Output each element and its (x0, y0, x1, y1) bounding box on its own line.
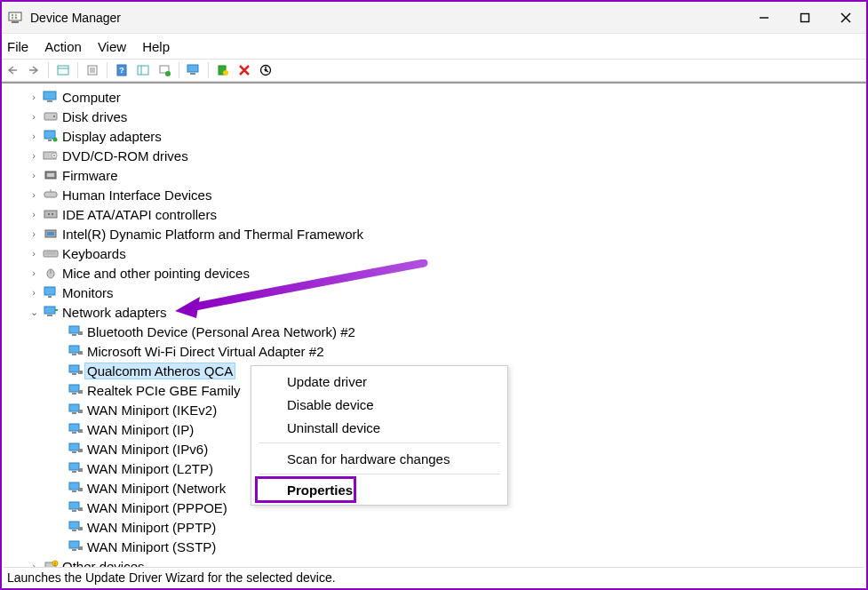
app-icon (7, 10, 23, 26)
toolbar-help-icon[interactable]: ? (113, 61, 131, 79)
svg-rect-33 (48, 140, 52, 141)
svg-rect-86 (78, 507, 83, 511)
tree-category-display[interactable]: ›Display adapters (2, 126, 866, 146)
svg-rect-78 (69, 463, 79, 470)
expander-icon[interactable]: › (27, 287, 41, 298)
toolbar-uninstall-icon[interactable] (235, 61, 253, 79)
toolbar-update-icon[interactable] (155, 61, 173, 79)
svg-rect-29 (47, 100, 52, 102)
toolbar-scan-icon[interactable] (134, 61, 152, 79)
svg-rect-90 (69, 541, 79, 548)
svg-rect-39 (47, 173, 54, 177)
netadapter-icon (68, 383, 84, 397)
context-menu: Update driverDisable deviceUninstall dev… (251, 365, 508, 506)
svg-rect-55 (47, 315, 52, 316)
svg-point-43 (48, 213, 50, 215)
menu-help[interactable]: Help (142, 39, 170, 54)
maximize-button[interactable] (784, 2, 825, 34)
tree-category-dvd[interactable]: ›DVD/CD-ROM drives (2, 146, 866, 165)
expander-icon[interactable]: › (27, 228, 41, 239)
expander-icon[interactable]: › (27, 189, 41, 200)
tree-category-firmware[interactable]: ›Firmware (2, 165, 866, 185)
context-menu-item[interactable]: Properties (251, 478, 507, 501)
tree-label: Display adapters (62, 129, 162, 144)
context-menu-item[interactable]: Disable device (251, 393, 507, 416)
netadapter-icon (68, 344, 84, 358)
tree-category-mouse[interactable]: ›Mice and other pointing devices (2, 263, 866, 283)
svg-rect-61 (72, 354, 76, 355)
expander-icon[interactable]: › (27, 170, 41, 180)
svg-rect-72 (69, 424, 79, 431)
svg-rect-18 (138, 66, 148, 75)
context-menu-item[interactable]: Update driver (251, 370, 507, 393)
tree-category-disk[interactable]: ›Disk drives (2, 107, 866, 126)
tree-label: WAN Miniport (IP) (87, 422, 194, 437)
svg-rect-47 (44, 251, 58, 257)
toolbar-properties-icon[interactable] (84, 61, 101, 79)
svg-rect-85 (72, 510, 76, 512)
expander-icon[interactable]: › (27, 92, 41, 102)
tree-category-other[interactable]: ›!Other devices (2, 556, 866, 567)
expander-icon[interactable]: › (27, 209, 41, 219)
netadapter-icon (68, 481, 84, 495)
minimize-button[interactable] (744, 2, 784, 34)
svg-rect-62 (78, 351, 83, 355)
menu-view[interactable]: View (98, 39, 126, 54)
tree-device[interactable]: Bluetooth Device (Personal Area Network)… (2, 322, 866, 341)
expander-icon[interactable]: › (27, 267, 41, 278)
svg-rect-10 (58, 66, 68, 75)
tree-device[interactable]: WAN Miniport (PPTP) (2, 517, 866, 537)
tree-label: Microsoft Wi-Fi Direct Virtual Adapter #… (87, 344, 323, 359)
keyboard-icon (43, 246, 59, 260)
toolbar-view-icon[interactable] (54, 61, 72, 79)
svg-rect-53 (48, 296, 52, 298)
tree-category-hid[interactable]: ›Human Interface Devices (2, 185, 866, 204)
tree-category-computer[interactable]: ›Computer (2, 87, 866, 107)
menu-action[interactable]: Action (44, 39, 82, 54)
expander-icon[interactable]: › (27, 131, 41, 141)
expander-icon[interactable]: › (27, 561, 41, 567)
tree-device[interactable]: Microsoft Wi-Fi Direct Virtual Adapter #… (2, 341, 866, 361)
tree-device[interactable]: WAN Miniport (SSTP) (2, 537, 866, 556)
netadapter-icon (68, 363, 84, 378)
svg-rect-84 (69, 502, 79, 509)
svg-rect-7 (801, 13, 809, 21)
tree-category-network[interactable]: ⌄Network adapters (2, 302, 866, 322)
svg-rect-91 (72, 549, 76, 551)
tree-label: IDE ATA/ATAPI controllers (62, 207, 217, 222)
display-icon (43, 129, 59, 143)
toolbar-back-icon[interactable] (4, 61, 21, 79)
expander-icon[interactable]: › (27, 150, 41, 161)
toolbar-forward-icon[interactable] (25, 61, 43, 79)
svg-rect-63 (69, 365, 79, 372)
close-button[interactable] (825, 2, 866, 34)
expander-icon[interactable]: ⌄ (27, 307, 41, 318)
context-menu-separator (259, 474, 500, 474)
netadapter-icon (68, 500, 84, 514)
toolbar-add-icon[interactable] (214, 61, 232, 79)
context-menu-item[interactable]: Scan for hardware changes (251, 447, 507, 470)
disk-icon (43, 109, 59, 124)
toolbar-disable-icon[interactable] (257, 61, 275, 79)
tree-category-keyboard[interactable]: ›Keyboards (2, 243, 866, 263)
tree-label: Firmware (62, 168, 118, 183)
svg-rect-76 (72, 451, 76, 453)
tree-category-intel[interactable]: ›Intel(R) Dynamic Platform and Thermal F… (2, 224, 866, 243)
context-menu-item[interactable]: Uninstall device (251, 416, 507, 439)
svg-rect-57 (69, 326, 79, 333)
svg-rect-0 (9, 12, 21, 20)
svg-rect-77 (78, 449, 83, 452)
firmware-icon (43, 168, 59, 182)
expander-icon[interactable]: › (27, 111, 41, 122)
tree-category-ide[interactable]: ›IDE ATA/ATAPI controllers (2, 204, 866, 224)
netadapter-icon (68, 403, 84, 417)
expander-icon[interactable]: › (27, 248, 41, 259)
svg-rect-82 (72, 490, 76, 492)
menu-file[interactable]: File (7, 39, 28, 54)
tree-label: WAN Miniport (SSTP) (87, 539, 216, 554)
toolbar-monitor-icon[interactable] (185, 61, 203, 79)
svg-rect-46 (47, 232, 54, 235)
ide-icon (43, 207, 59, 221)
tree-category-monitor[interactable]: ›Monitors (2, 283, 866, 302)
svg-rect-67 (72, 393, 76, 395)
